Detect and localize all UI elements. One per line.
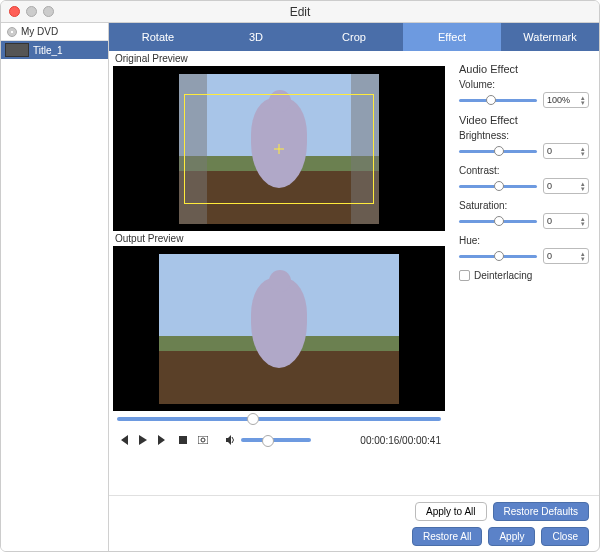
stepper-icon[interactable]: ▴▾	[581, 181, 585, 191]
titlebar: Edit	[1, 1, 599, 23]
stepper-icon[interactable]: ▴▾	[581, 251, 585, 261]
source-label: My DVD	[21, 26, 58, 37]
stepper-icon[interactable]: ▴▾	[581, 95, 585, 105]
sidebar-item-title1[interactable]: Title_1	[1, 41, 108, 59]
tab-crop[interactable]: Crop	[305, 23, 403, 51]
deinterlacing-label: Deinterlacing	[474, 270, 532, 281]
volume-label: Volume:	[459, 79, 589, 90]
volume-control	[225, 434, 311, 446]
audio-effect-header: Audio Effect	[459, 63, 589, 75]
checkbox-icon[interactable]	[459, 270, 470, 281]
timeline-track[interactable]	[117, 417, 441, 421]
saturation-stepper[interactable]: 0▴▾	[543, 213, 589, 229]
snapshot-icon[interactable]	[197, 434, 209, 446]
restore-all-button[interactable]: Restore All	[412, 527, 482, 546]
timeline[interactable]	[113, 411, 445, 427]
next-frame-icon[interactable]	[157, 434, 169, 446]
original-frame	[179, 74, 379, 224]
hue-stepper[interactable]: 0▴▾	[543, 248, 589, 264]
window-title: Edit	[290, 5, 311, 19]
output-preview	[113, 246, 445, 411]
svg-rect-0	[179, 436, 187, 444]
tab-rotate[interactable]: Rotate	[109, 23, 207, 51]
contrast-stepper[interactable]: 0▴▾	[543, 178, 589, 194]
brightness-slider[interactable]	[459, 150, 537, 153]
stepper-icon[interactable]: ▴▾	[581, 216, 585, 226]
play-icon[interactable]	[137, 434, 149, 446]
main: Rotate 3D Crop Effect Watermark Original…	[109, 23, 599, 551]
tab-effect[interactable]: Effect	[403, 23, 501, 51]
body: My DVD Title_1 Rotate 3D Crop Effect Wat…	[1, 23, 599, 551]
edit-window: Edit My DVD Title_1 Rotate 3D Crop Effec…	[0, 0, 600, 552]
stop-icon[interactable]	[177, 434, 189, 446]
effect-panel: Audio Effect Volume: 100%▴▾ Video Effect…	[449, 51, 599, 495]
brightness-label: Brightness:	[459, 130, 589, 141]
footer: Apply to All Restore Defaults Restore Al…	[109, 495, 599, 551]
deinterlacing-checkbox[interactable]: Deinterlacing	[459, 270, 589, 281]
disc-icon	[7, 27, 17, 37]
zoom-window-icon[interactable]	[43, 6, 54, 17]
hue-label: Hue:	[459, 235, 589, 246]
volume-slider[interactable]	[241, 438, 311, 442]
original-preview-label: Original Preview	[113, 51, 445, 66]
content: Original Preview Output Preview	[109, 51, 599, 495]
svg-point-2	[201, 438, 205, 442]
apply-button[interactable]: Apply	[488, 527, 535, 546]
restore-defaults-button[interactable]: Restore Defaults	[493, 502, 589, 521]
clip-thumbnail	[5, 43, 29, 57]
close-button[interactable]: Close	[541, 527, 589, 546]
clip-label: Title_1	[33, 45, 63, 56]
svg-rect-1	[198, 436, 208, 444]
tab-3d[interactable]: 3D	[207, 23, 305, 51]
prev-frame-icon[interactable]	[117, 434, 129, 446]
sidebar: My DVD Title_1	[1, 23, 109, 551]
output-preview-label: Output Preview	[113, 231, 445, 246]
hue-slider[interactable]	[459, 255, 537, 258]
brightness-stepper[interactable]: 0▴▾	[543, 143, 589, 159]
window-controls	[9, 6, 54, 17]
close-window-icon[interactable]	[9, 6, 20, 17]
playback-controls: 00:00:16/00:00:41	[113, 427, 445, 453]
timeline-knob[interactable]	[247, 413, 259, 425]
apply-to-all-button[interactable]: Apply to All	[415, 502, 486, 521]
tabs: Rotate 3D Crop Effect Watermark	[109, 23, 599, 51]
video-effect-header: Video Effect	[459, 114, 589, 126]
time-display: 00:00:16/00:00:41	[360, 435, 441, 446]
tab-watermark[interactable]: Watermark	[501, 23, 599, 51]
speaker-icon[interactable]	[225, 434, 237, 446]
saturation-slider[interactable]	[459, 220, 537, 223]
previews: Original Preview Output Preview	[109, 51, 449, 495]
contrast-label: Contrast:	[459, 165, 589, 176]
contrast-slider[interactable]	[459, 185, 537, 188]
minimize-window-icon[interactable]	[26, 6, 37, 17]
source-header: My DVD	[1, 23, 108, 41]
volume-value-stepper[interactable]: 100%▴▾	[543, 92, 589, 108]
output-frame	[159, 254, 399, 404]
original-preview[interactable]	[113, 66, 445, 231]
saturation-label: Saturation:	[459, 200, 589, 211]
volume-effect-slider[interactable]	[459, 99, 537, 102]
stepper-icon[interactable]: ▴▾	[581, 146, 585, 156]
